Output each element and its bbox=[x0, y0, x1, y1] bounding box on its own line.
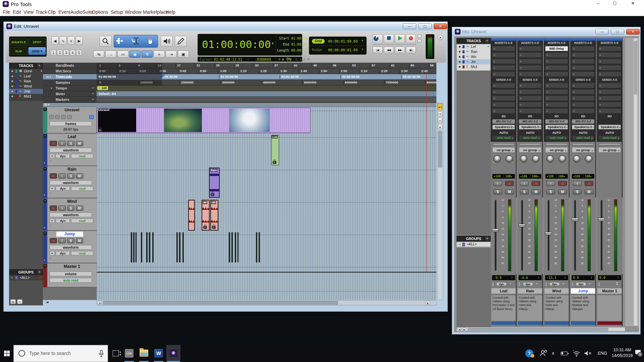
mute-button[interactable]: M bbox=[76, 238, 83, 243]
jump-clip-0[interactable] bbox=[131, 232, 132, 262]
delay-compensation-label[interactable]: Dly bbox=[286, 57, 292, 61]
ruler-label-row-meter[interactable]: Meter+ bbox=[43, 91, 97, 97]
send-slot-a[interactable] bbox=[492, 83, 515, 88]
nudge-down-icon[interactable]: ▼ bbox=[572, 284, 574, 286]
lane-expand-icon[interactable]: ▸ bbox=[44, 194, 45, 196]
mute-button[interactable]: M bbox=[76, 173, 83, 179]
solo-button[interactable]: S bbox=[67, 173, 74, 179]
vscroll-option-2[interactable]: ╍ bbox=[438, 118, 442, 123]
track-view-selector[interactable]: waveform bbox=[50, 180, 92, 185]
track-collapse-icon[interactable]: ▼ bbox=[43, 167, 47, 171]
transport-to-end[interactable]: ▶| bbox=[406, 47, 416, 53]
strip-comments[interactable]: Created with Ableton using Helm and Filt… bbox=[518, 295, 542, 321]
mix-tracks-collapse-icon[interactable]: ▼ bbox=[485, 39, 489, 43]
notification-center-button[interactable]: 3 bbox=[635, 350, 643, 357]
track-collapse-icon[interactable]: ▼ bbox=[43, 232, 47, 235]
record-enable-button[interactable] bbox=[50, 141, 57, 146]
record-enable-button[interactable] bbox=[50, 173, 57, 179]
pan-right-value[interactable]: 100▸ bbox=[532, 175, 539, 178]
solo-button[interactable]: S bbox=[493, 189, 502, 194]
sidebar-tool-2[interactable]: ≡ bbox=[17, 299, 22, 304]
solo-button[interactable]: S bbox=[67, 205, 74, 211]
status-icon-1[interactable]: ▮ bbox=[282, 58, 284, 61]
grid-dropdown-icon[interactable]: ▼ bbox=[362, 39, 363, 42]
output-path-selector[interactable]: Speakers1-2+ bbox=[519, 125, 541, 129]
track-header-master-1[interactable]: ▼Master 1volumeauto read bbox=[43, 263, 97, 287]
transport-option-bottom[interactable] bbox=[418, 39, 422, 43]
edit-minimize-button[interactable]: — bbox=[403, 23, 416, 29]
tracks-list-item-leaf[interactable]: ∿Leaf bbox=[9, 74, 43, 79]
voice-icon[interactable]: ◔ bbox=[50, 257, 51, 260]
send-slot-e[interactable] bbox=[545, 108, 568, 114]
nudge-up-icon[interactable]: ▲ bbox=[519, 282, 521, 284]
mix-hscroll[interactable]: ◀▶ bbox=[457, 327, 625, 331]
jump-clip-9[interactable] bbox=[182, 232, 184, 262]
video-option-0[interactable] bbox=[49, 115, 54, 119]
mute-button[interactable]: M bbox=[585, 189, 593, 194]
taskbar-app-word[interactable]: W bbox=[152, 345, 166, 362]
insert-slot-a[interactable] bbox=[598, 46, 621, 51]
send-slot-b[interactable] bbox=[519, 89, 542, 95]
track-visible-dot[interactable] bbox=[11, 75, 13, 77]
status-icon-after-1[interactable]: ∗ bbox=[299, 58, 302, 61]
pan-knob-right[interactable] bbox=[585, 155, 592, 163]
vscroll-up-button[interactable]: ▲ bbox=[438, 124, 442, 129]
jump-clip-2[interactable] bbox=[136, 232, 137, 262]
menu-event[interactable]: Event bbox=[58, 9, 70, 15]
edit-function-4[interactable]: ⇅ bbox=[142, 51, 153, 58]
insert-slot-e[interactable] bbox=[519, 71, 542, 77]
automation-add-icon[interactable]: + bbox=[50, 186, 55, 191]
input-path-selector[interactable]: MG-XU 1-2 bbox=[492, 119, 515, 124]
output-path-selector[interactable]: Speakers1-2+ bbox=[545, 125, 568, 129]
pan-left-value[interactable]: ◂100 bbox=[573, 175, 580, 178]
edit-maximize-button[interactable]: ▢ bbox=[418, 23, 432, 29]
tracks-list-item-jmp[interactable]: ∿Jmp bbox=[9, 89, 43, 94]
ruler-add-icon[interactable]: + bbox=[92, 92, 94, 96]
tracks-list-item-mst1[interactable]: ΣMst1 bbox=[9, 94, 43, 99]
ruler-label-row-bars-beats[interactable]: Bars|Beats bbox=[43, 63, 97, 68]
jump-clip-14[interactable] bbox=[256, 232, 257, 262]
menu-track[interactable]: Track bbox=[36, 9, 47, 15]
input-monitor-button[interactable]: I bbox=[546, 181, 555, 186]
fader-slot[interactable] bbox=[574, 200, 576, 270]
track-visible-dot[interactable] bbox=[11, 70, 13, 72]
fader-slot[interactable] bbox=[521, 200, 523, 270]
insert-slot-a[interactable]: BBD Delay bbox=[545, 46, 568, 51]
tracks-scroll-up-icon[interactable]: ▲ bbox=[40, 69, 43, 72]
dyn-selector[interactable]: dyn bbox=[576, 282, 586, 286]
edit-function-0[interactable]: ⇆ bbox=[93, 51, 104, 58]
group-assign-selector[interactable]: no group▾ bbox=[598, 147, 621, 153]
insert-slot-c[interactable] bbox=[598, 59, 621, 64]
track-visible-dot[interactable] bbox=[11, 85, 13, 87]
record-enable-button[interactable] bbox=[50, 238, 57, 243]
strip-name[interactable]: Master 1 bbox=[597, 288, 622, 294]
menu-edit[interactable]: Edit bbox=[13, 9, 21, 15]
automation-mode-selector[interactable]: auto read▾ bbox=[572, 135, 594, 140]
groups-panel-collapse-icon[interactable]: ▼ bbox=[37, 270, 42, 274]
status-icon-0[interactable]: ⇉ bbox=[278, 58, 280, 61]
rain-clip[interactable]: Rain bbox=[209, 168, 220, 198]
insert-slot-e[interactable] bbox=[492, 71, 515, 77]
insert-slot-b[interactable] bbox=[519, 52, 542, 58]
track-header-rain[interactable]: ▼RainISMwaveform+dynread◔▸ bbox=[43, 166, 97, 198]
track-visible-dot[interactable] bbox=[11, 90, 13, 92]
insert-slot-c[interactable] bbox=[545, 59, 568, 64]
jump-clip-13[interactable] bbox=[237, 232, 238, 262]
master-view-selector[interactable]: volume bbox=[50, 272, 92, 276]
insert-slot-c[interactable] bbox=[519, 59, 542, 64]
automation-add-icon[interactable]: + bbox=[50, 219, 55, 223]
language-indicator[interactable]: ENG bbox=[596, 351, 609, 356]
menu-audiosuite[interactable]: AudioSuite bbox=[70, 9, 93, 15]
track-name[interactable]: Jump bbox=[56, 232, 83, 237]
zoom-preset-3[interactable]: 3 bbox=[63, 50, 69, 56]
output-path-selector[interactable]: Speakers1-2+ bbox=[572, 125, 594, 129]
send-slot-d[interactable] bbox=[572, 102, 595, 107]
automation-add-icon[interactable]: + bbox=[50, 251, 55, 255]
insert-slot-e[interactable] bbox=[572, 71, 595, 77]
send-slot-d[interactable] bbox=[545, 102, 568, 107]
fader-cap[interactable] bbox=[545, 232, 552, 235]
group-enable-dot[interactable] bbox=[11, 277, 13, 279]
ruler-label-row-timecode[interactable]: ▤ ▾Timecode bbox=[43, 74, 97, 80]
zoom-cluster-button-1[interactable]: ∿ bbox=[59, 37, 67, 45]
track-visible-dot[interactable] bbox=[459, 66, 461, 68]
